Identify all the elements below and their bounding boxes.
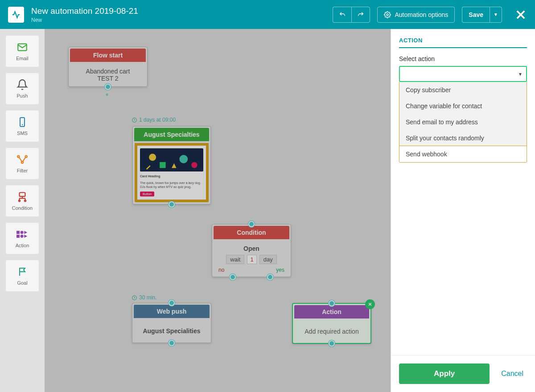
clock-icon <box>132 295 137 301</box>
node-title: Web push <box>134 305 210 318</box>
svg-point-24 <box>149 154 156 161</box>
port-out[interactable] <box>105 84 111 90</box>
redo-icon <box>357 11 364 18</box>
node-email[interactable]: August Specialties Card Heading <box>132 126 211 204</box>
save-dropdown-button[interactable]: ▼ <box>490 7 502 23</box>
palette-push[interactable]: Push <box>5 73 39 105</box>
svg-rect-16 <box>16 231 20 234</box>
action-option[interactable]: Send webhook <box>399 146 527 163</box>
port-out[interactable] <box>329 340 335 347</box>
svg-point-28 <box>191 162 197 168</box>
hero-shapes-icon <box>142 150 202 172</box>
node-body: August Specialities <box>132 319 211 343</box>
svg-point-0 <box>387 14 388 16</box>
close-icon[interactable] <box>514 8 527 21</box>
svg-marker-21 <box>24 235 27 238</box>
node-body: Open wait 1 day <box>212 241 291 265</box>
app-logo <box>8 7 24 23</box>
delete-node-button[interactable] <box>365 299 375 309</box>
redo-button[interactable] <box>351 7 370 23</box>
action-option[interactable]: Change variable for contact <box>399 98 527 114</box>
bell-icon <box>16 79 28 90</box>
wait-label: 30 min. <box>132 294 156 301</box>
select-action-label: Select action <box>399 55 527 62</box>
email-preview: Card Heading The quick, brown fox jumps … <box>135 143 209 202</box>
svg-point-8 <box>21 161 23 163</box>
svg-point-27 <box>179 155 188 163</box>
port-yes[interactable] <box>267 274 273 280</box>
panel-footer: Apply Cancel <box>391 355 535 392</box>
palette-label: SMS <box>17 131 28 136</box>
node-condition[interactable]: Condition Open wait 1 day no yes <box>212 224 291 277</box>
node-webpush[interactable]: Web push August Specialities <box>132 303 211 343</box>
phone-icon <box>16 116 28 128</box>
apply-button[interactable]: Apply <box>399 363 490 384</box>
flag-icon <box>16 266 28 278</box>
port-in[interactable] <box>169 300 175 306</box>
port-no[interactable] <box>230 274 236 280</box>
cancel-button[interactable]: Cancel <box>498 370 527 378</box>
port-in[interactable] <box>329 300 335 306</box>
palette-label: Email <box>16 56 29 61</box>
gear-icon <box>384 11 391 18</box>
svg-marker-26 <box>172 163 177 168</box>
node-title: Condition <box>214 226 289 239</box>
palette-label: Filter <box>17 168 28 173</box>
svg-point-14 <box>19 200 20 201</box>
node-body: Abandoned cart TEST 2 <box>69 63 147 86</box>
node-body: Add required action <box>293 320 370 343</box>
action-config-panel: ACTION Select action ▼ Copy subscriber C… <box>391 29 535 392</box>
action-dropdown: Copy subscriber Change variable for cont… <box>399 82 527 163</box>
node-title: Action <box>294 305 369 318</box>
palette-label: Push <box>16 93 28 98</box>
undo-icon <box>339 11 346 18</box>
node-flow-start[interactable]: Flow start Abandoned cart TEST 2 <box>68 47 148 87</box>
filter-icon <box>16 154 28 165</box>
action-select[interactable]: ▼ <box>399 66 527 82</box>
action-option[interactable]: Split your contacts randomly <box>399 130 527 146</box>
palette-goal[interactable]: Goal <box>5 260 39 292</box>
palette-label: Action <box>16 243 29 248</box>
svg-point-17 <box>21 231 24 234</box>
svg-marker-18 <box>24 231 27 234</box>
palette-label: Goal <box>17 280 27 286</box>
svg-point-20 <box>21 235 24 238</box>
chevron-down-icon: ▼ <box>494 12 498 17</box>
page-subtitle: New <box>31 17 325 23</box>
email-icon <box>16 41 28 53</box>
svg-point-15 <box>25 200 26 201</box>
action-icon <box>16 229 28 240</box>
undo-redo-group <box>333 7 370 23</box>
action-option[interactable]: Copy subscriber <box>399 82 527 98</box>
save-group: Save ▼ <box>462 7 502 23</box>
close-icon <box>368 302 372 306</box>
panel-heading: ACTION <box>399 37 527 48</box>
palette-action[interactable]: Action <box>5 222 39 254</box>
palette-email[interactable]: Email <box>5 35 39 67</box>
node-title: Flow start <box>70 49 146 62</box>
page-title: New automation 2019-08-21 <box>31 6 325 16</box>
undo-button[interactable] <box>333 7 351 23</box>
automation-options-label: Automation options <box>395 11 448 18</box>
app-header: New automation 2019-08-21 New Automation… <box>0 0 535 29</box>
palette-label: Condition <box>12 205 33 211</box>
palette-sms[interactable]: SMS <box>5 110 39 142</box>
palette-condition[interactable]: Condition <box>5 185 39 217</box>
port-in[interactable] <box>248 221 255 227</box>
palette-filter[interactable]: Filter <box>5 147 39 180</box>
title-group: New automation 2019-08-21 New <box>31 6 325 23</box>
svg-rect-9 <box>20 192 25 196</box>
port-out[interactable] <box>169 340 175 346</box>
port-out[interactable] <box>169 201 175 208</box>
save-button[interactable]: Save <box>462 7 490 23</box>
chevron-down-icon: ▼ <box>518 72 523 77</box>
condition-icon <box>16 191 28 203</box>
node-action[interactable]: Action Add required action <box>292 303 371 344</box>
flow-canvas[interactable]: Flow start Abandoned cart TEST 2 1 days … <box>45 29 391 392</box>
condition-outcomes: no yes <box>212 265 291 277</box>
action-option[interactable]: Send email to my address <box>399 114 527 130</box>
element-palette: Email Push SMS Filter Condition Action G… <box>0 29 45 392</box>
automation-options-button[interactable]: Automation options <box>377 7 455 23</box>
svg-rect-19 <box>16 235 20 238</box>
clock-icon <box>132 117 137 123</box>
